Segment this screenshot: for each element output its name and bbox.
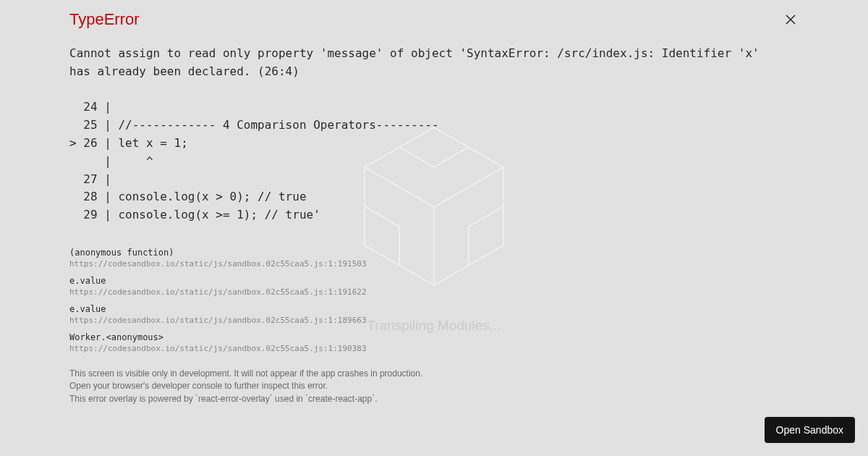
error-msg-line: has already been declared. (26:4) <box>69 64 299 78</box>
stack-frame: (anonymous function) https://codesandbox… <box>69 248 799 269</box>
stack-src: https://codesandbox.io/static/js/sandbox… <box>69 344 799 353</box>
stack-fn: e.value <box>69 304 799 314</box>
footer-note: This screen is visible only in developme… <box>69 368 799 405</box>
stack-frame: Worker.<anonymous> https://codesandbox.i… <box>69 332 799 353</box>
footer-line: This screen is visible only in developme… <box>69 368 799 380</box>
stack-frame: e.value https://codesandbox.io/static/js… <box>69 304 799 325</box>
close-button[interactable] <box>783 12 799 28</box>
code-line: 29 | console.log(x >= 1); // true' <box>69 208 320 221</box>
open-sandbox-button[interactable]: Open Sandbox <box>765 417 855 443</box>
footer-line: This error overlay is powered by `react-… <box>69 393 799 405</box>
error-message: Cannot assign to read only property 'mes… <box>69 45 799 224</box>
stack-src: https://codesandbox.io/static/js/sandbox… <box>69 287 799 297</box>
code-line: 25 | //------------ 4 Comparison Operato… <box>69 118 439 132</box>
stack-fn: Worker.<anonymous> <box>69 332 799 342</box>
code-line: 28 | console.log(x > 0); // true <box>69 190 307 203</box>
stack-trace: (anonymous function) https://codesandbox… <box>69 248 799 353</box>
code-line: > 26 | let x = 1; <box>69 136 188 150</box>
footer-line: Open your browser's developer console to… <box>69 380 799 392</box>
code-line: 27 | <box>69 172 118 186</box>
stack-fn: e.value <box>69 276 799 286</box>
code-line: 24 | <box>69 100 118 114</box>
stack-src: https://codesandbox.io/static/js/sandbox… <box>69 259 799 269</box>
code-line: | ^ <box>69 154 153 168</box>
stack-frame: e.value https://codesandbox.io/static/js… <box>69 276 799 297</box>
error-msg-line: Cannot assign to read only property 'mes… <box>69 46 760 60</box>
error-overlay: TypeError Cannot assign to read only pro… <box>0 0 868 456</box>
close-icon <box>786 14 796 25</box>
stack-fn: (anonymous function) <box>69 248 799 258</box>
error-title: TypeError <box>69 10 799 29</box>
stack-src: https://codesandbox.io/static/js/sandbox… <box>69 316 799 325</box>
